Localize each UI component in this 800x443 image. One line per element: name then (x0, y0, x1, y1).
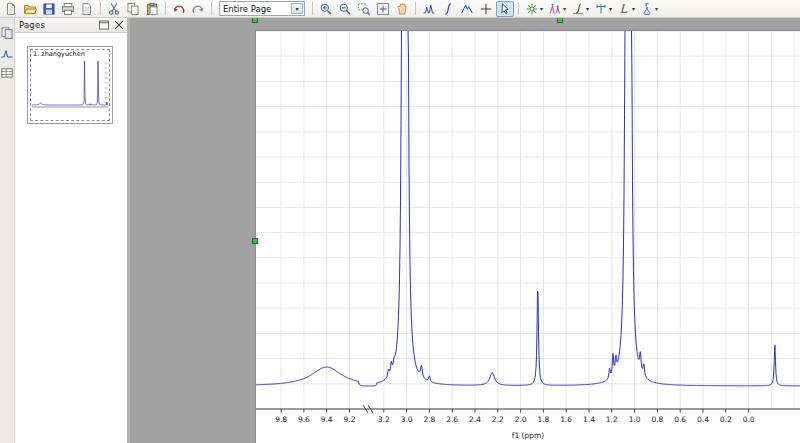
zoom-fit-icon (376, 2, 390, 16)
dropdown-arrow-icon[interactable]: ▾ (586, 2, 589, 16)
peaks-tool-button[interactable] (420, 1, 438, 17)
integral-tool-icon (441, 2, 455, 16)
dropdown-arrow-icon[interactable]: ▾ (563, 2, 566, 16)
zoom-out-icon (338, 2, 352, 16)
svg-text:2.0: 2.0 (515, 415, 527, 424)
svg-text:0.4: 0.4 (697, 415, 709, 424)
sidebar-tab-pages[interactable] (1, 26, 14, 39)
crosshair-tool-icon (479, 2, 493, 16)
page-thumbnail[interactable]: 1. zhangyuchen (27, 46, 113, 124)
svg-text:1.4: 1.4 (583, 415, 595, 424)
svg-text:1.6: 1.6 (560, 415, 572, 424)
svg-text:9.4: 9.4 (321, 415, 333, 424)
print-icon (61, 2, 75, 16)
new-document-button[interactable] (2, 1, 20, 17)
open-folder-button[interactable] (21, 1, 39, 17)
svg-text:0.6: 0.6 (674, 415, 686, 424)
svg-text:1.8: 1.8 (537, 415, 549, 424)
pages-panel: Pages 1. zhangyuchen (15, 18, 127, 443)
assignments-button[interactable]: L▾ (615, 1, 637, 17)
toolbar-separator (211, 2, 212, 15)
document-page[interactable]: 9.89.69.49.23.23.02.82.62.42.22.01.81.61… (255, 30, 800, 443)
svg-text:L: L (620, 2, 628, 16)
prediction-button[interactable]: ▾ (638, 1, 660, 17)
processing-button[interactable]: ▾ (523, 1, 545, 17)
main-toolbar: Entire Page▾▾▾▾▾L▾▾ (0, 0, 800, 18)
sidebar-tab-tables[interactable] (1, 66, 14, 79)
nmr-spectrum[interactable]: 9.89.69.49.23.23.02.82.62.42.22.01.81.61… (256, 31, 800, 443)
peak-picking-button[interactable]: ▾ (546, 1, 568, 17)
zoom-region-icon (357, 2, 371, 16)
dropdown-arrow-icon[interactable]: ▾ (632, 2, 635, 16)
copy-icon (126, 2, 140, 16)
select-tool-button[interactable] (496, 1, 514, 17)
panel-close-button[interactable] (112, 19, 125, 32)
zoom-region-button[interactable] (355, 1, 373, 17)
multiplet-analysis-button[interactable]: ▾ (592, 1, 614, 17)
svg-text:0.2: 0.2 (720, 415, 732, 424)
processing-icon (525, 2, 539, 16)
peaks-tool-icon (422, 2, 436, 16)
selection-handle-top-left[interactable] (252, 18, 258, 23)
svg-text:9.8: 9.8 (275, 415, 287, 424)
multiplet-tool-button[interactable] (458, 1, 476, 17)
svg-text:9.6: 9.6 (298, 415, 310, 424)
combo-dropdown-icon[interactable]: ▾ (291, 3, 303, 14)
pages-tab-icon (0, 26, 14, 40)
sidebar-tab-spectra[interactable] (1, 46, 14, 59)
page-name: zhangyuchen (41, 50, 85, 58)
toolbar-separator (415, 2, 416, 15)
float-window-icon (97, 18, 111, 32)
zoom-fit-button[interactable] (374, 1, 392, 17)
print-button[interactable] (59, 1, 77, 17)
multiplet-tool-icon (460, 2, 474, 16)
undo-button[interactable] (170, 1, 188, 17)
copy-button[interactable] (124, 1, 142, 17)
assignments-icon: L (617, 2, 631, 16)
page-thumbnail-preview (28, 47, 112, 121)
cut-icon (107, 2, 121, 16)
dropdown-arrow-icon[interactable]: ▾ (540, 2, 543, 16)
save-button[interactable] (40, 1, 58, 17)
pages-panel-title: Pages (19, 20, 95, 30)
dropdown-arrow-icon[interactable]: ▾ (609, 2, 612, 16)
selection-handle-left-middle[interactable] (252, 238, 258, 244)
table-tab-icon (0, 66, 14, 80)
integration-button[interactable]: ▾ (569, 1, 591, 17)
document-canvas[interactable]: 9.89.69.49.23.23.02.82.62.42.22.01.81.61… (130, 18, 800, 443)
new-document-icon (4, 2, 18, 16)
zoom-level-select[interactable]: Entire Page▾ (219, 1, 305, 16)
integration-icon (571, 2, 585, 16)
svg-text:3.0: 3.0 (401, 415, 413, 424)
svg-text:0.8: 0.8 (651, 415, 663, 424)
paste-button[interactable] (143, 1, 161, 17)
svg-text:2.8: 2.8 (423, 415, 435, 424)
pan-hand-icon (395, 2, 409, 16)
zoom-in-button[interactable] (317, 1, 335, 17)
pan-hand-button[interactable] (393, 1, 411, 17)
selection-handle-top-middle[interactable] (557, 18, 563, 23)
integral-tool-button[interactable] (439, 1, 457, 17)
spectra-tab-icon (0, 46, 14, 60)
svg-text:9.2: 9.2 (344, 415, 356, 424)
page-setup-button[interactable] (78, 1, 96, 17)
toolbar-separator (165, 2, 166, 15)
crosshair-tool-button[interactable] (477, 1, 495, 17)
svg-text:2.2: 2.2 (492, 415, 504, 424)
panel-float-button[interactable] (97, 19, 110, 32)
cut-button[interactable] (105, 1, 123, 17)
page-thumbnail-label: 1. zhangyuchen (33, 50, 85, 58)
redo-button[interactable] (189, 1, 207, 17)
select-tool-icon (498, 2, 512, 16)
prediction-icon (640, 2, 654, 16)
page-index: 1. (33, 50, 39, 58)
page-setup-icon (80, 2, 94, 16)
zoom-out-button[interactable] (336, 1, 354, 17)
zoom-level-value: Entire Page (223, 4, 271, 14)
paste-icon (145, 2, 159, 16)
svg-text:1.0: 1.0 (629, 415, 641, 424)
x-axis-label: f1 (ppm) (512, 431, 545, 440)
svg-text:2.4: 2.4 (469, 415, 481, 424)
save-icon (42, 2, 56, 16)
dropdown-arrow-icon[interactable]: ▾ (655, 2, 658, 16)
